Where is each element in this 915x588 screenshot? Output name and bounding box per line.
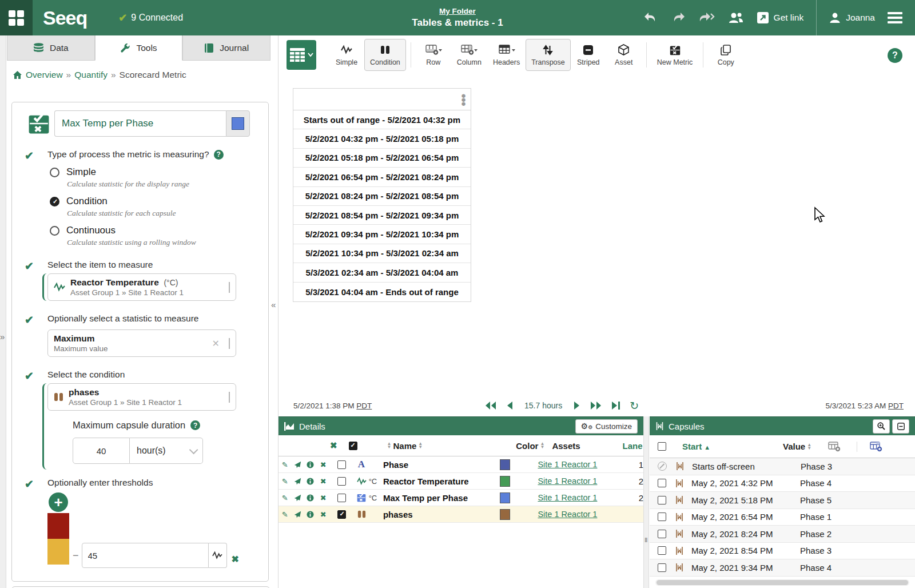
metric-type-option-continuous[interactable]: Continuous Calculate statistic using a r… xyxy=(50,225,262,247)
capsule-checkbox[interactable] xyxy=(658,479,666,487)
capsule-row-starts-off-screen[interactable]: Starts off-screen Phase 3 xyxy=(650,458,915,475)
remove-all-icon[interactable]: ✖ xyxy=(330,440,337,451)
statistic-dropdown[interactable]: Maximum Maximum value ✕ xyxy=(47,329,236,357)
sidebar-tab-journal[interactable]: Journal xyxy=(182,35,270,61)
threshold-color-yellow[interactable] xyxy=(47,539,69,565)
clear-icon[interactable]: ✕ xyxy=(212,338,220,349)
panel-splitter[interactable]: ‖ xyxy=(643,416,649,588)
remove-icon[interactable]: ✖ xyxy=(317,460,329,469)
item-to-measure-dropdown[interactable]: Reactor Temperature (°C) Asset Group 1 »… xyxy=(47,273,236,301)
users-button[interactable] xyxy=(728,10,744,26)
details-row-phase[interactable]: ✎ ✖ A Phase Site 1 Reactor 1 1 xyxy=(279,456,643,473)
toolbar-button-copy[interactable]: Copy xyxy=(708,39,743,71)
sidebar-tab-data[interactable]: Data xyxy=(7,35,95,61)
step-forward-button[interactable] xyxy=(574,401,580,410)
toolbar-button-transpose[interactable]: Transpose xyxy=(526,39,571,71)
select-all-capsules-checkbox[interactable] xyxy=(658,442,666,451)
app-switcher-button[interactable] xyxy=(0,0,33,35)
color-swatch[interactable] xyxy=(500,509,511,520)
sort-icon[interactable]: ▲▼ xyxy=(418,442,423,449)
range-end[interactable]: 5/3/2021 5:23 AM PDT xyxy=(825,402,904,410)
connected-status[interactable]: ✔ 9 Connected xyxy=(118,11,183,24)
threshold-color-red[interactable] xyxy=(47,513,69,539)
metric-color-button[interactable] xyxy=(226,110,250,137)
table-row[interactable]: Starts out of range - 5/2/2021 04:32 pm xyxy=(293,110,471,129)
refresh-icon[interactable]: ↻ xyxy=(630,399,639,412)
select-all-checkbox[interactable] xyxy=(349,442,357,450)
add-column-blue-icon[interactable] xyxy=(857,442,882,452)
capsules-col-start[interactable]: Start ▲ xyxy=(682,442,757,451)
radio-icon[interactable] xyxy=(50,168,59,177)
capsule-checkbox[interactable] xyxy=(658,496,666,504)
kebab-menu-icon[interactable]: ●●● xyxy=(461,93,466,105)
remove-icon[interactable]: ✖ xyxy=(317,510,329,519)
details-row-reactor-temperature[interactable]: ✎ ✖ °C Reactor Temperature Site 1 Reacto… xyxy=(279,473,643,490)
sidebar-tab-tools[interactable]: Tools xyxy=(95,35,183,61)
toolbar-button-column[interactable]: Column xyxy=(451,39,487,71)
table-row[interactable]: 5/2/2021 04:32 pm - 5/2/2021 05:18 pm xyxy=(293,129,471,148)
details-col-lane[interactable]: Lane xyxy=(623,441,643,451)
asset-link[interactable]: Site 1 Reactor 1 xyxy=(538,493,621,502)
add-threshold-button[interactable]: + xyxy=(49,492,68,512)
home-icon[interactable] xyxy=(13,70,22,80)
zoom-capsule-button[interactable] xyxy=(873,419,890,434)
expand-rail-chevron[interactable]: » xyxy=(0,332,5,341)
remove-threshold-button[interactable]: ✖ xyxy=(232,554,239,565)
hamburger-menu-button[interactable] xyxy=(888,12,902,23)
toolbar-button-new-metric[interactable]: New Metric xyxy=(651,39,699,71)
remove-icon[interactable]: ✖ xyxy=(317,477,329,486)
folder-breadcrumb-link[interactable]: My Folder xyxy=(439,7,476,15)
details-row-phases[interactable]: ✎ ✖ phases Site 1 Reactor 1 xyxy=(279,506,643,523)
fast-forward-button[interactable] xyxy=(699,10,715,26)
row-checkbox[interactable] xyxy=(337,477,346,486)
color-swatch[interactable] xyxy=(500,492,511,503)
edit-icon[interactable]: ✎ xyxy=(279,510,291,519)
sort-icon[interactable]: ▲▼ xyxy=(387,442,392,449)
radio-icon[interactable] xyxy=(50,197,59,206)
info-icon[interactable] xyxy=(304,478,317,485)
details-col-name[interactable]: Name xyxy=(393,441,417,451)
capsule-row-may-2-2021-6-54-pm[interactable]: May 2, 2021 6:54 PM Phase 1 xyxy=(650,509,915,526)
threshold-signal-button[interactable] xyxy=(209,543,227,568)
capsule-checkbox[interactable] xyxy=(658,546,666,555)
row-checkbox[interactable] xyxy=(337,460,346,469)
duration-unit-select[interactable]: hour(s) xyxy=(130,438,203,464)
capsule-checkbox[interactable] xyxy=(658,530,666,538)
get-link-button[interactable]: Get link xyxy=(757,11,804,24)
capsule-row-may-2-2021-5-18-pm[interactable]: May 2, 2021 5:18 PM Phase 5 xyxy=(650,492,915,509)
metric-type-option-condition[interactable]: Condition Calculate statistic for each c… xyxy=(50,196,262,218)
asset-link[interactable]: Site 1 Reactor 1 xyxy=(538,476,621,486)
toolbar-button-row[interactable]: Row xyxy=(416,39,451,71)
edit-icon[interactable]: ✎ xyxy=(279,460,291,469)
breadcrumb-overview[interactable]: Overview xyxy=(26,70,63,80)
capsule-checkbox[interactable] xyxy=(658,563,666,572)
info-icon[interactable] xyxy=(304,511,317,518)
trend-icon[interactable] xyxy=(291,511,304,518)
table-row[interactable]: 5/3/2021 04:04 am - Ends out of range xyxy=(293,283,471,301)
breadcrumb-quantify[interactable]: Quantify xyxy=(74,70,108,80)
table-row[interactable]: 5/2/2021 08:24 pm - 5/2/2021 08:54 pm xyxy=(293,187,471,206)
horizontal-scrollbar[interactable] xyxy=(655,579,909,586)
edit-icon[interactable]: ✎ xyxy=(279,494,291,502)
remove-icon[interactable]: ✖ xyxy=(317,494,329,502)
step-forward-much-button[interactable] xyxy=(590,401,602,410)
details-col-assets[interactable]: Assets xyxy=(552,441,580,451)
capsule-row-may-2-2021-9-34-pm[interactable]: May 2, 2021 9:34 PM Phase 4 xyxy=(650,559,915,577)
asset-link[interactable]: Site 1 Reactor 1 xyxy=(538,460,621,469)
capsule-row-may-2-2021-4-32-pm[interactable]: May 2, 2021 4:32 PM Phase 4 xyxy=(650,475,915,492)
table-row[interactable]: 5/2/2021 10:34 pm - 5/3/2021 02:34 am xyxy=(293,244,471,263)
table-row[interactable]: 5/2/2021 05:18 pm - 5/2/2021 06:54 pm xyxy=(293,149,471,168)
asset-link[interactable]: Site 1 Reactor 1 xyxy=(538,510,621,519)
trend-icon[interactable] xyxy=(291,478,304,485)
details-col-color[interactable]: Color xyxy=(516,441,538,451)
scrollbar-thumb[interactable] xyxy=(657,580,908,585)
capsule-row-may-2-2021-8-54-pm[interactable]: May 2, 2021 8:54 PM Phase 3 xyxy=(650,543,915,560)
collapse-sidebar-chevron[interactable]: « xyxy=(271,300,276,309)
toolbar-button-asset[interactable]: Asset xyxy=(606,39,642,71)
threshold-value-input[interactable] xyxy=(82,543,209,568)
timezone-link[interactable]: PDT xyxy=(888,402,904,410)
row-checkbox[interactable] xyxy=(337,510,346,519)
table-row[interactable]: 5/2/2021 08:54 pm - 5/2/2021 09:34 pm xyxy=(293,206,471,225)
duration-value-input[interactable] xyxy=(73,438,130,464)
row-checkbox[interactable] xyxy=(337,494,346,502)
